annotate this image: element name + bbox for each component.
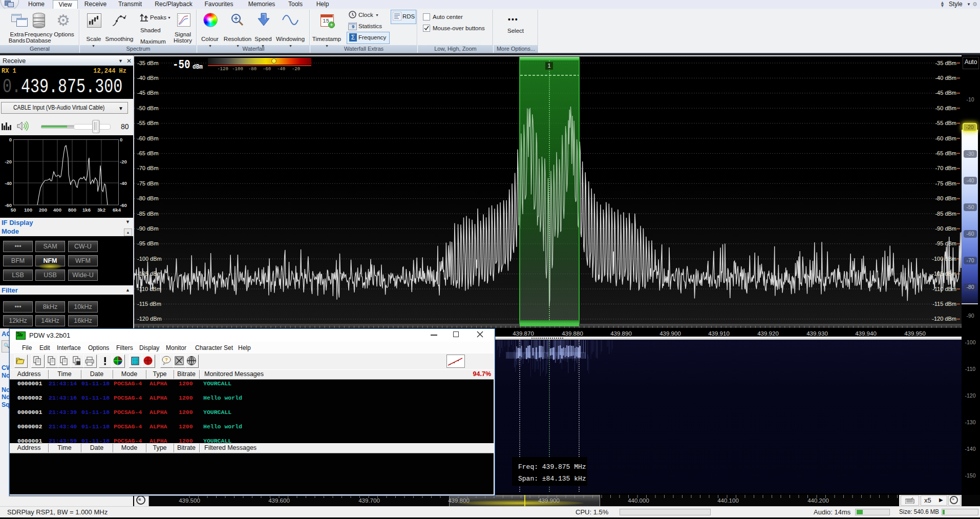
svg-text:?: ?	[165, 357, 168, 362]
